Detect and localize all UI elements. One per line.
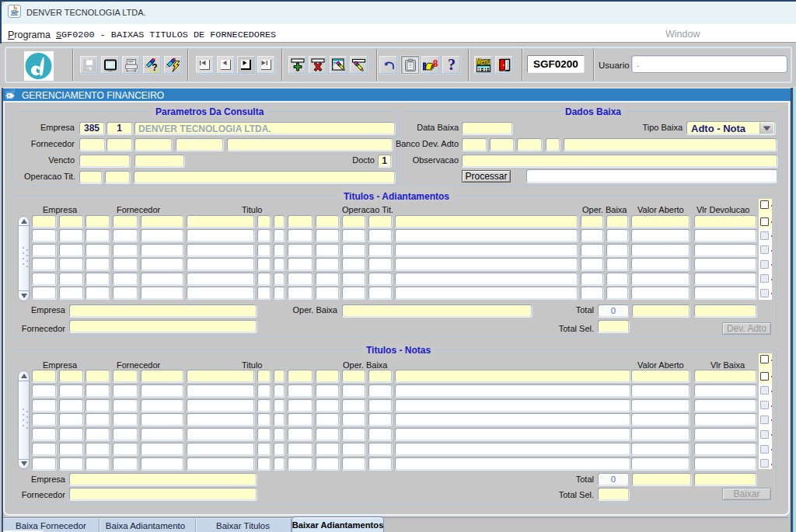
svg-text:Menu: Menu [477, 58, 491, 66]
svg-text:?: ? [448, 57, 456, 73]
svg-text:8: 8 [432, 58, 438, 69]
